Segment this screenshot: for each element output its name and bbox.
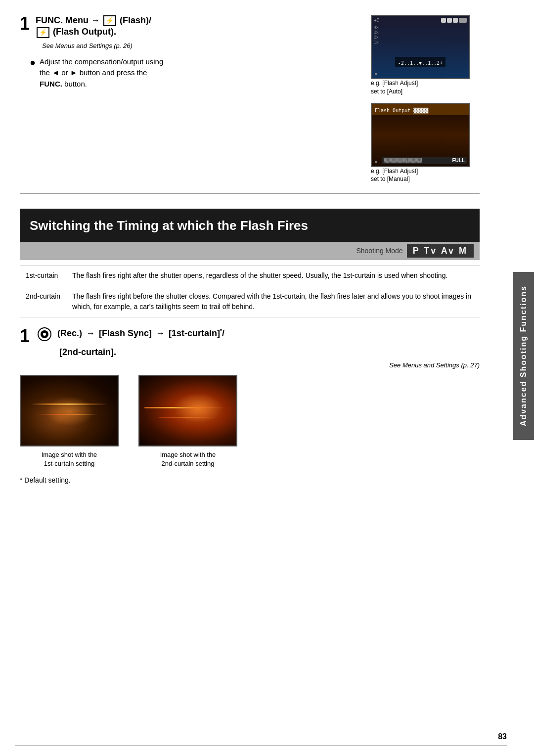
step-number-2: 1: [20, 327, 30, 345]
camera-screen-auto: +0 4x3x2x1x -2..1..▼..1..2+ ▲: [371, 15, 470, 79]
func-menu-left: 1 FUNC. Menu → (Flash)/ (Flash Output). …: [20, 15, 356, 183]
step-number-1: 1: [20, 15, 30, 33]
side-tab-text: Advanced Shooting Functions: [519, 285, 528, 426]
rec-flash-sync-section: 1 (Rec.) → [Flash Sync] → [1st-curtain]*…: [20, 327, 480, 484]
shooting-mode-label: Shooting Mode: [356, 247, 402, 255]
switching-section-header: Switching the Timing at which the Flash …: [20, 209, 480, 242]
screen-auto-container: +0 4x3x2x1x -2..1..▼..1..2+ ▲ e.g. [Flas…: [371, 15, 480, 96]
arrow-2: →: [156, 327, 165, 340]
bullet-dot: ●: [30, 56, 36, 68]
eg-caption-manual: e.g. [Flash Adjust] set to [Manual]: [371, 167, 480, 184]
image-caption-1st: Image shot with the 1st-curtain setting: [42, 450, 97, 468]
switching-title: Switching the Timing at which the Flash …: [30, 218, 470, 234]
func-menu-section: 1 FUNC. Menu → (Flash)/ (Flash Output). …: [20, 15, 480, 194]
func-button-label: FUNC.: [40, 80, 62, 88]
curtain-label-1st: [1st-curtain]*/: [169, 327, 224, 340]
see-menus-2: See Menus and Settings (p. 27): [20, 361, 480, 369]
arrow-1: →: [86, 327, 95, 340]
flash-icon: [103, 15, 116, 26]
side-tab: Advanced Shooting Functions: [513, 272, 534, 440]
func-title: 1 FUNC. Menu → (Flash)/ (Flash Output).: [20, 15, 356, 38]
image-glow-1: [45, 397, 94, 426]
eg-caption-auto: e.g. [Flash Adjust] set to [Auto]: [371, 79, 480, 96]
image-col-2nd: Image shot with the 2nd-curtain setting: [138, 375, 237, 468]
shooting-mode-bar: Shooting Mode P Tv Av M: [20, 242, 480, 260]
screen-manual-container: Flash Output ▓▓▓▓▓ ▲ ▓▓▓▓▓▓▓▓▓▓▓▓▓▓▓▓ FU…: [371, 103, 480, 184]
shooting-mode-modes: P Tv Av M: [407, 244, 474, 258]
image-caption-2nd: Image shot with the 2nd-curtain setting: [160, 450, 216, 468]
bullet-text: Adjust the compensation/output using the…: [40, 56, 163, 90]
rec-title: 1 (Rec.) → [Flash Sync] → [1st-curtain]*…: [20, 327, 480, 345]
flash-output-icon: [37, 27, 49, 38]
func-menu-right: +0 4x3x2x1x -2..1..▼..1..2+ ▲ e.g. [Flas…: [371, 15, 480, 183]
curtain-1st-desc: The flash fires right after the shutter …: [66, 265, 480, 286]
rec-inner: [41, 330, 48, 338]
screen-icons-top: [441, 18, 467, 23]
curtain-1st-label: 1st-curtain: [20, 265, 66, 286]
images-row: Image shot with the 1st-curtain setting …: [20, 375, 480, 468]
curtain-table: 1st-curtain The flash fires right after …: [20, 265, 480, 317]
rec-icon: [38, 327, 51, 341]
func-title-text: FUNC. Menu → (Flash)/ (Flash Output).: [36, 15, 151, 37]
flash-sync-label: [Flash Sync]: [99, 327, 152, 340]
see-menus-1: See Menus and Settings (p. 26): [42, 42, 356, 49]
curtain-2nd-label: 2nd-curtain: [20, 286, 66, 317]
rec-label: (Rec.): [57, 327, 82, 340]
curtain-label-2nd: [2nd-curtain].: [59, 347, 480, 357]
image-col-1st: Image shot with the 1st-curtain setting: [20, 375, 119, 468]
table-row: 1st-curtain The flash fires right after …: [20, 265, 480, 286]
page-number: 83: [498, 732, 507, 741]
table-row: 2nd-curtain The flash fires right before…: [20, 286, 480, 317]
shot-image-1st: [20, 375, 119, 446]
camera-screen-manual: Flash Output ▓▓▓▓▓ ▲ ▓▓▓▓▓▓▓▓▓▓▓▓▓▓▓▓ FU…: [371, 103, 470, 167]
bottom-border: [15, 746, 507, 746]
curtain-2nd-desc: The flash fires right before the shutter…: [66, 286, 480, 317]
default-note: * Default setting.: [20, 476, 480, 484]
rec-dot: [43, 333, 46, 336]
bullet-item-1: ● Adjust the compensation/output using t…: [30, 56, 356, 90]
shot-image-2nd: [138, 375, 237, 446]
